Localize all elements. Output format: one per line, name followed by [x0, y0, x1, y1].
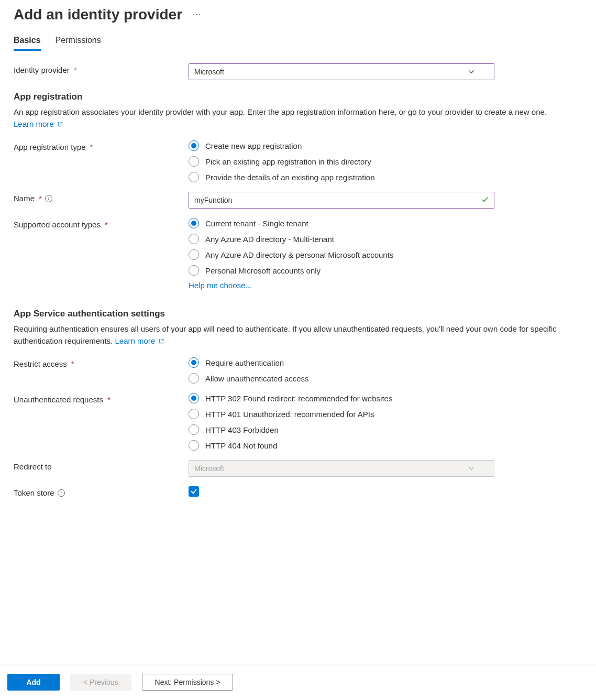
identity-provider-select[interactable]: Microsoft	[189, 63, 494, 80]
radio-personal-only[interactable]: Personal Microsoft accounts only	[189, 265, 494, 276]
radio-circle-icon	[189, 140, 199, 151]
tab-bar: Basics Permissions	[14, 36, 582, 51]
radio-circle-icon	[189, 249, 199, 260]
radio-circle-icon	[189, 218, 199, 228]
supported-account-types-label: Supported account types*	[14, 218, 189, 229]
radio-http-401[interactable]: HTTP 401 Unauthorized: recommended for A…	[189, 409, 494, 419]
redirect-to-select: Microsoft	[189, 460, 494, 477]
restrict-access-group: Require authentication Allow unauthentic…	[189, 357, 494, 384]
name-label: Name* i	[14, 192, 189, 203]
app-registration-type-label: App registration type*	[14, 140, 189, 151]
auth-settings-learn-more-link[interactable]: Learn more	[115, 336, 164, 345]
more-actions-icon[interactable]: ···	[193, 10, 201, 19]
radio-provide-details[interactable]: Provide the details of an existing app r…	[189, 172, 494, 182]
radio-circle-icon	[189, 409, 199, 419]
app-registration-description: An app registration associates your iden…	[14, 106, 569, 130]
radio-circle-icon	[189, 156, 199, 167]
radio-multi-personal[interactable]: Any Azure AD directory & personal Micros…	[189, 249, 494, 260]
radio-circle-icon	[189, 234, 199, 244]
radio-circle-icon	[189, 424, 199, 435]
unauth-requests-group: HTTP 302 Found redirect: recommended for…	[189, 393, 494, 451]
radio-require-auth[interactable]: Require authentication	[189, 357, 494, 368]
token-store-label: Token store i	[14, 486, 189, 497]
info-icon[interactable]: i	[45, 195, 52, 202]
radio-circle-icon	[189, 172, 199, 182]
token-store-checkbox[interactable]	[189, 486, 199, 497]
page-title: Add an identity provider	[14, 6, 182, 23]
external-link-icon	[157, 336, 164, 345]
tab-basics[interactable]: Basics	[14, 36, 41, 51]
app-registration-heading: App registration	[14, 92, 582, 102]
unauth-requests-label: Unauthenticated requests*	[14, 393, 189, 404]
radio-http-302[interactable]: HTTP 302 Found redirect: recommended for…	[189, 393, 494, 403]
valid-check-icon	[481, 196, 489, 205]
radio-single-tenant[interactable]: Current tenant - Single tenant	[189, 218, 494, 228]
radio-http-403[interactable]: HTTP 403 Forbidden	[189, 424, 494, 435]
radio-pick-existing[interactable]: Pick an existing app registration in thi…	[189, 156, 494, 167]
supported-account-types-group: Current tenant - Single tenant Any Azure…	[189, 218, 494, 276]
app-registration-type-group: Create new app registration Pick an exis…	[189, 140, 494, 182]
radio-multi-tenant[interactable]: Any Azure AD directory - Multi-tenant	[189, 234, 494, 244]
radio-circle-icon	[189, 373, 199, 384]
auth-settings-heading: App Service authentication settings	[14, 309, 582, 319]
radio-circle-icon	[189, 357, 199, 368]
chevron-down-icon	[468, 68, 475, 75]
restrict-access-label: Restrict access*	[14, 357, 189, 368]
radio-create-new[interactable]: Create new app registration	[189, 140, 494, 151]
auth-settings-description: Requiring authentication ensures all use…	[14, 323, 569, 347]
radio-circle-icon	[189, 265, 199, 276]
tab-permissions[interactable]: Permissions	[56, 36, 101, 51]
radio-circle-icon	[189, 440, 199, 451]
radio-circle-icon	[189, 393, 199, 403]
identity-provider-label: Identity provider*	[14, 63, 189, 74]
radio-allow-unauth[interactable]: Allow unauthenticated access	[189, 373, 494, 384]
name-input[interactable]: myFunction	[189, 192, 494, 209]
radio-http-404[interactable]: HTTP 404 Not found	[189, 440, 494, 451]
app-registration-learn-more-link[interactable]: Learn more	[14, 119, 63, 128]
help-me-choose-link[interactable]: Help me choose...	[189, 281, 252, 290]
info-icon[interactable]: i	[58, 489, 65, 497]
redirect-to-label: Redirect to	[14, 460, 189, 471]
chevron-down-icon	[468, 465, 475, 472]
external-link-icon	[56, 119, 63, 128]
